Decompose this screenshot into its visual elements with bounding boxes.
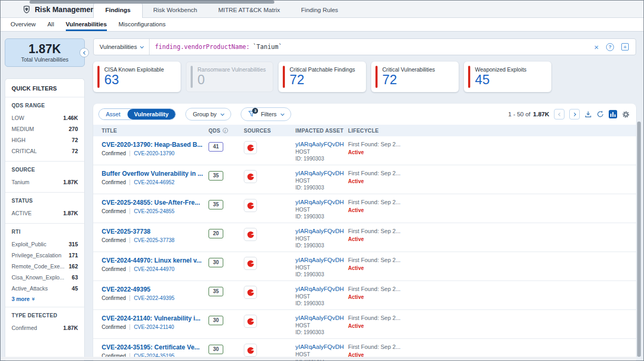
column-header-lifecycle[interactable]: LIFECYCLE	[348, 128, 636, 134]
finding-title-link[interactable]: CVE-2020-13790: Heap-Based B...	[102, 141, 209, 148]
prev-page-button[interactable]	[554, 109, 564, 119]
subnav-item[interactable]: Overview	[11, 18, 36, 31]
clear-query-icon[interactable]: ×	[594, 43, 599, 51]
table-row[interactable]: Buffer Overflow Vulnerability in ... Con…	[93, 165, 636, 194]
tanium-source-icon[interactable]	[244, 141, 257, 154]
chart-view-icon[interactable]	[609, 110, 617, 118]
impacted-asset-link[interactable]: yIARqAalyFQvDH	[295, 286, 348, 292]
add-to-dashboard-icon[interactable]: +	[621, 43, 629, 51]
stat-card[interactable]: Critical Vulnerabilities 72	[371, 62, 459, 92]
impacted-asset-link[interactable]: yIARqAalyFQvDH	[295, 344, 348, 350]
filter-item[interactable]: LOW 1.46K	[12, 112, 78, 123]
query-input[interactable]: finding.vendorProductName: `Tanium`	[150, 43, 594, 51]
finding-title-link[interactable]: CVE-2024-21140: Vulnerability i...	[102, 315, 209, 322]
filter-item[interactable]: Active_Attacks 45	[12, 283, 78, 294]
view-toggle-option[interactable]: Vulnerability	[127, 109, 176, 119]
show-more-link[interactable]: 3 more»	[12, 296, 78, 302]
cve-link[interactable]: CVE-2025-37738	[134, 237, 174, 243]
impacted-asset-link[interactable]: yIARqAalyFQvDH	[295, 170, 348, 176]
column-header-title[interactable]: TITLE	[102, 128, 209, 134]
cve-link[interactable]: CVE-2022-49395	[134, 295, 174, 301]
filter-item[interactable]: Cisa_Known_Explo... 63	[12, 272, 78, 283]
column-header-sources[interactable]: SOURCES	[244, 128, 295, 134]
tanium-source-icon[interactable]	[244, 344, 257, 357]
detection-type: Confirmed	[102, 237, 126, 243]
filter-item-label: Exploit_Public	[12, 241, 46, 247]
filter-item[interactable]: Remote_Code_Exe... 162	[12, 260, 78, 272]
finding-title-link[interactable]: CVE-2024-35195: Certificate Ve...	[102, 344, 209, 351]
impacted-asset-link[interactable]: yIARqAalyFQvDH	[295, 257, 348, 263]
cve-link[interactable]: CVE-2024-44970	[134, 266, 174, 272]
tanium-source-icon[interactable]	[244, 228, 257, 241]
cve-link[interactable]: CVE-2024-21140	[134, 324, 174, 330]
query-value-token: `Tanium`	[253, 43, 282, 51]
group-by-button[interactable]: Group by	[185, 108, 231, 121]
vertical-scrollbar[interactable]	[637, 122, 641, 357]
filters-button[interactable]: 3 Filters	[241, 107, 291, 121]
asset-type: HOST	[295, 236, 348, 242]
search-scope-dropdown[interactable]: Vulnerabilities	[94, 39, 150, 55]
tanium-source-icon[interactable]	[244, 199, 257, 212]
column-header-qds[interactable]: QDS	[209, 128, 221, 134]
filter-item[interactable]: ACTIVE 1.87K	[12, 207, 78, 218]
qds-info-icon[interactable]: i	[223, 128, 228, 133]
subnav-item[interactable]: Vulnerabilities	[66, 18, 107, 31]
filter-item[interactable]: HIGH 72	[12, 134, 78, 145]
asset-id: ID: 1990303	[295, 214, 348, 219]
table-row[interactable]: CVE-2024-44970: Linux kernel v... Confir…	[93, 252, 636, 281]
table-row[interactable]: CVE-2025-24855: Use-After-Fre... Confirm…	[93, 194, 636, 223]
main-tab[interactable]: Risk Workbench	[143, 3, 208, 17]
filter-item[interactable]: Confirmed 1.87K	[12, 322, 78, 333]
cve-link[interactable]: CVE-2020-13790	[134, 151, 174, 156]
column-header-impacted-asset[interactable]: IMPACTED ASSET	[295, 128, 348, 134]
download-icon[interactable]	[584, 111, 592, 118]
stat-card[interactable]: Ransomware Vulnerabilities 0	[186, 62, 273, 92]
stat-card[interactable]: Weaponized Exploits 45	[464, 62, 551, 92]
stat-card[interactable]: Critical Patchable Findings 72	[279, 62, 366, 92]
finding-title-link[interactable]: CVE-2025-37738	[102, 228, 209, 235]
card-accent-bar	[468, 66, 470, 88]
impacted-asset-link[interactable]: yIARqAalyFQvDH	[295, 228, 348, 234]
filter-item[interactable]: MEDIUM 270	[12, 123, 78, 134]
finding-title-link[interactable]: CVE-2022-49395	[102, 286, 209, 293]
main-tab[interactable]: MITRE ATT&CK Matrix	[207, 3, 290, 17]
filter-item[interactable]: Exploit_Public 315	[12, 238, 78, 249]
tanium-source-icon[interactable]	[244, 257, 257, 270]
subnav-item[interactable]: All	[47, 18, 54, 31]
horizontal-scrollbar[interactable]	[29, 1, 274, 4]
next-page-button[interactable]	[569, 109, 580, 119]
help-icon[interactable]: ?	[606, 43, 614, 51]
table-row[interactable]: CVE-2024-21140: Vulnerability i... Confi…	[93, 310, 636, 339]
tanium-source-icon[interactable]	[244, 286, 257, 299]
impacted-asset-link[interactable]: yIARqAalyFQvDH	[295, 315, 348, 321]
cve-link[interactable]: CVE-2024-46952	[134, 179, 174, 185]
tanium-source-icon[interactable]	[244, 170, 257, 183]
main-tab[interactable]: Findings	[93, 2, 143, 18]
card-accent-bar	[283, 66, 285, 88]
table-row[interactable]: CVE-2025-37738 Confirmed CVE-2025-37738 …	[93, 223, 636, 252]
impacted-asset-link[interactable]: yIARqAalyFQvDH	[295, 141, 348, 147]
finding-title-link[interactable]: CVE-2024-44970: Linux kernel v...	[102, 257, 209, 264]
filter-item[interactable]: Tanium 1.87K	[12, 176, 78, 187]
main-tab[interactable]: Finding Rules	[291, 3, 349, 17]
cve-link[interactable]: CVE-2025-24855	[134, 208, 174, 214]
refresh-icon[interactable]	[597, 111, 604, 118]
finding-title-link[interactable]: CVE-2025-24855: Use-After-Fre...	[102, 199, 209, 206]
sidebar-collapse-button[interactable]	[80, 48, 89, 57]
stat-card[interactable]: CISA Known Exploitable 63	[93, 62, 181, 92]
table-row[interactable]: CVE-2020-13790: Heap-Based B... Confirme…	[93, 136, 636, 165]
settings-gear-icon[interactable]	[622, 111, 630, 118]
filter-section: SOURCE Tanium 1.87K	[5, 161, 84, 192]
filter-item[interactable]: CRITICAL 72	[12, 145, 78, 156]
table-row[interactable]: CVE-2022-49395 Confirmed CVE-2022-49395 …	[93, 281, 636, 310]
page-title: Risk Management	[35, 5, 97, 14]
filter-item-count: 1.87K	[63, 325, 78, 331]
total-vulnerabilities-card[interactable]: 1.87K Total Vulnerabilities	[5, 38, 85, 67]
impacted-asset-link[interactable]: yIARqAalyFQvDH	[295, 199, 348, 205]
view-toggle-option[interactable]: Asset	[99, 109, 127, 119]
tanium-source-icon[interactable]	[244, 315, 257, 328]
query-search-bar: Vulnerabilities finding.vendorProductNam…	[93, 38, 636, 55]
finding-title-link[interactable]: Buffer Overflow Vulnerability in ...	[102, 170, 209, 177]
filter-item[interactable]: Privilege_Escalation 171	[12, 249, 78, 260]
subnav-item[interactable]: Misconfigurations	[118, 18, 165, 31]
